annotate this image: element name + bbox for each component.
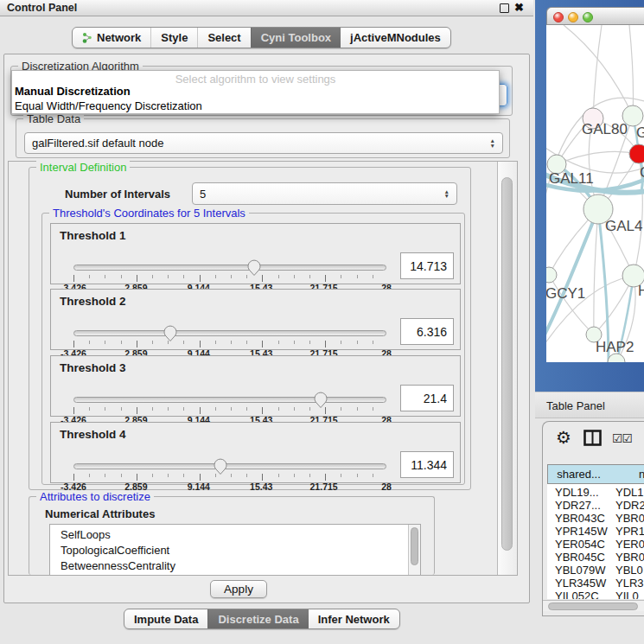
dropdown-option-manual[interactable]: Manual Discretization xyxy=(12,84,499,99)
column-header-name[interactable]: n xyxy=(609,464,644,484)
tab-infer-network[interactable]: Infer Network xyxy=(309,609,399,628)
table-cell[interactable]: YBL0 xyxy=(615,564,643,577)
column-header-shared-name[interactable]: shared... xyxy=(547,464,610,484)
number-of-intervals-combobox[interactable]: 5 ▲▼ xyxy=(192,182,457,205)
table-cell[interactable]: YBR045C xyxy=(555,551,605,564)
node-label-hap2: HAP2 xyxy=(596,339,634,355)
network-icon xyxy=(82,32,92,43)
split-columns-icon[interactable] xyxy=(583,430,602,446)
table-cell[interactable]: YBR0 xyxy=(615,512,644,525)
close-icon[interactable]: ✖ xyxy=(514,1,524,14)
threshold-1-panel: Threshold 1 -3.4262.8599.14415.4321.7152… xyxy=(50,223,461,284)
tab-network[interactable]: Network xyxy=(73,28,150,48)
numerical-attributes-list[interactable]: SelfLoops TopologicalCoefficient Between… xyxy=(49,524,421,575)
threshold-2-slider-thumb[interactable] xyxy=(163,325,177,342)
table-cell[interactable]: YPR1 xyxy=(615,525,644,538)
table-cell[interactable]: YDR27... xyxy=(555,499,601,512)
node-selected-red[interactable] xyxy=(629,144,644,163)
table-data-group-title: Table Data xyxy=(23,112,84,125)
list-scrollbar[interactable] xyxy=(408,525,420,575)
threshold-4-panel: Threshold 4 -3.4262.8599.14415.4321.7152… xyxy=(50,422,461,483)
threshold-2-panel: Threshold 2 -3.4262.8599.14415.4321.7152… xyxy=(50,289,461,350)
maximize-traffic-light-icon[interactable] xyxy=(583,12,593,22)
network-canvas[interactable]: GAL80 G C GAL11 GAL4 H GCY1 HAP2 xyxy=(546,25,644,362)
table-cell[interactable]: YDR2 xyxy=(615,499,644,512)
threshold-3-value-field[interactable] xyxy=(400,385,454,411)
apply-button[interactable]: Apply xyxy=(210,580,267,598)
combo-stepper-icon: ▲▼ xyxy=(490,138,495,148)
network-window-titlebar[interactable] xyxy=(546,7,644,25)
cyni-bottom-tabstrip: Impute Data Discretize Data Infer Networ… xyxy=(124,609,400,629)
node-gcy1[interactable] xyxy=(546,267,557,283)
dropdown-hint: Select algorithm to view settings xyxy=(12,71,499,84)
scrollbar-thumb[interactable] xyxy=(548,603,638,610)
table-cell[interactable]: YDL19... xyxy=(555,486,599,499)
window-title: Control Panel xyxy=(7,2,77,14)
control-panel-titlebar: Control Panel ✖ xyxy=(0,0,533,16)
table-cell[interactable]: YBR043C xyxy=(555,512,605,525)
slider-ticks xyxy=(73,275,388,282)
node-label-partial: G xyxy=(636,124,644,141)
table-cell[interactable]: YBR0 xyxy=(615,551,644,564)
threshold-1-slider-thumb[interactable] xyxy=(247,259,261,277)
horizontal-scrollbar[interactable] xyxy=(543,600,644,611)
threshold-2-label: Threshold 2 xyxy=(60,295,126,308)
threshold-1-slider-track[interactable] xyxy=(73,265,386,271)
select-columns-icon[interactable]: ☑☑ xyxy=(612,431,632,445)
table-cell[interactable]: YLR345W xyxy=(555,577,606,590)
table-data-combobox[interactable]: galFiltered.sif default node ▲▼ xyxy=(24,132,503,154)
list-item[interactable]: TopologicalCoefficient xyxy=(50,543,420,558)
dropdown-option-equal-width[interactable]: Equal Width/Frequency Discretization xyxy=(12,99,499,113)
threshold-4-label: Threshold 4 xyxy=(60,428,126,441)
tab-impute-data[interactable]: Impute Data xyxy=(124,609,207,628)
table-cell[interactable]: YIL052C xyxy=(555,590,599,599)
threshold-4-slider-thumb[interactable] xyxy=(214,458,227,475)
table-data-selected: galFiltered.sif default node xyxy=(32,137,490,150)
threshold-3-slider-track[interactable] xyxy=(73,397,386,403)
threshold-2-slider-track[interactable] xyxy=(73,330,386,336)
table-cell[interactable]: YLR3 xyxy=(615,577,644,590)
threshold-4-value-field[interactable] xyxy=(400,451,454,478)
control-panel-tabstrip: Network Style Select Cyni Toolbox jActiv… xyxy=(72,27,451,48)
threshold-3-slider-thumb[interactable] xyxy=(314,392,328,409)
tab-select[interactable]: Select xyxy=(197,28,250,48)
table-panel-window: ⚙ ☑☑ shared... n YDL19... YDL1 YDR27... … xyxy=(542,421,644,616)
list-item[interactable]: SelfLoops xyxy=(50,527,420,543)
screen: Control Panel ✖ Network Style Select Cyn… xyxy=(0,0,644,644)
threshold-1-value-field[interactable] xyxy=(400,252,454,279)
tab-discretize-data[interactable]: Discretize Data xyxy=(207,609,308,628)
float-icon[interactable] xyxy=(500,3,509,13)
node-label-gal4: GAL4 xyxy=(605,218,642,234)
thresholds-group-title: Threshold's Coordinates for 5 Intervals xyxy=(49,207,249,220)
scrollbar-thumb[interactable] xyxy=(411,527,418,565)
slider-ticks xyxy=(73,474,388,481)
table-cell[interactable]: YDL1 xyxy=(615,486,644,499)
node-label-partial: H xyxy=(638,283,644,299)
interval-definition-title: Interval Definition xyxy=(36,161,130,174)
node-label-partial: C xyxy=(640,164,644,181)
threshold-2-value-field[interactable] xyxy=(400,318,454,345)
tab-style[interactable]: Style xyxy=(150,28,197,48)
table-panel-bar: Table Panel xyxy=(535,392,644,418)
tab-cyni-toolbox[interactable]: Cyni Toolbox xyxy=(251,28,341,48)
threshold-4-slider-track[interactable] xyxy=(73,463,386,469)
algorithm-dropdown-popup: Select algorithm to view settings Manual… xyxy=(11,70,500,114)
threshold-3-panel: Threshold 3 -3.4262.8599.14415.4321.7152… xyxy=(50,355,461,417)
scrollbar-thumb[interactable] xyxy=(501,177,513,551)
vertical-scrollbar[interactable] xyxy=(497,162,517,575)
table-cell[interactable]: YPR145W xyxy=(555,525,608,538)
gear-icon[interactable]: ⚙ xyxy=(556,427,571,448)
minimize-traffic-light-icon[interactable] xyxy=(568,12,578,22)
list-item[interactable]: BetweennessCentrality xyxy=(50,558,420,574)
node-label-gal11: GAL11 xyxy=(549,170,594,187)
table-cell[interactable]: YBL079W xyxy=(555,564,606,577)
table-cell[interactable]: YIL0 xyxy=(615,590,639,599)
tab-jactivemnodules[interactable]: jActiveMNodules xyxy=(341,28,450,48)
table-panel-title: Table Panel xyxy=(546,399,605,412)
combo-stepper-icon: ▲▼ xyxy=(444,189,450,199)
table-cell[interactable]: YER054C xyxy=(555,538,605,551)
table-cell[interactable]: YER0 xyxy=(615,538,644,551)
node-label-gal80: GAL80 xyxy=(582,121,628,137)
slider-ticks xyxy=(73,407,388,414)
close-traffic-light-icon[interactable] xyxy=(553,12,564,22)
